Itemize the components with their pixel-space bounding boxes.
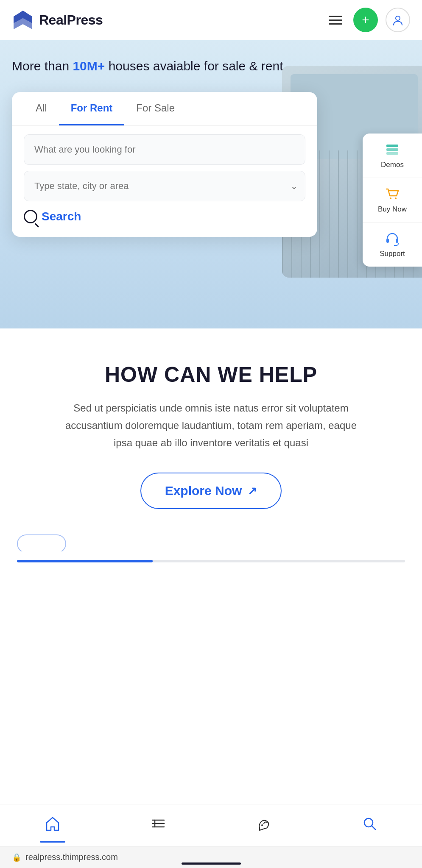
svg-rect-9 — [396, 239, 398, 243]
svg-rect-8 — [386, 239, 389, 243]
logo: RealPress — [12, 9, 103, 31]
property-search-input[interactable] — [24, 134, 305, 165]
list-icon — [150, 815, 166, 832]
nav-list[interactable] — [142, 812, 175, 835]
headline-before: More than — [12, 59, 73, 73]
explore-arrow-icon: ↗ — [248, 484, 257, 498]
headset-icon — [385, 231, 400, 246]
partial-button-area — [0, 534, 422, 551]
demos-label: Demos — [381, 161, 404, 169]
user-button[interactable] — [386, 8, 410, 32]
hero-section: More than 10M+ houses avaiable for sale … — [0, 40, 422, 328]
add-button[interactable]: + — [353, 8, 378, 32]
search-nav-icon — [361, 815, 377, 832]
url-text: realpress.thimpress.com — [25, 852, 118, 862]
user-icon — [392, 14, 404, 26]
hamburger-button[interactable] — [325, 12, 346, 28]
svg-point-7 — [395, 198, 397, 199]
help-title: HOW CAN WE HELP — [17, 362, 405, 387]
side-panel-buy-now[interactable]: Buy Now — [363, 178, 422, 223]
tab-all[interactable]: All — [24, 92, 59, 125]
svg-line-16 — [372, 826, 375, 829]
buy-now-label: Buy Now — [378, 205, 407, 214]
hamburger-icon — [329, 16, 342, 25]
headline-highlight: 10M+ — [73, 59, 105, 73]
svg-point-6 — [390, 198, 391, 199]
side-panel-support[interactable]: Support — [363, 223, 422, 267]
plus-icon: + — [362, 13, 369, 27]
logo-icon — [12, 9, 34, 31]
location-input-wrap: ⌄ — [24, 171, 305, 201]
svg-rect-3 — [386, 145, 398, 147]
lock-icon: 🔒 — [12, 853, 21, 862]
home-icon — [45, 815, 61, 832]
help-section: HOW CAN WE HELP Sed ut perspiciatis unde… — [0, 328, 422, 534]
layers-icon — [385, 142, 400, 157]
search-button-label: Search — [42, 210, 81, 223]
support-label: Support — [380, 250, 405, 258]
svg-point-2 — [396, 16, 400, 20]
explore-now-button[interactable]: Explore Now ↗ — [140, 473, 282, 509]
partial-second-button — [17, 534, 66, 551]
search-icon — [24, 210, 37, 223]
svg-point-14 — [261, 824, 263, 826]
svg-rect-5 — [386, 152, 398, 155]
explore-btn-label: Explore Now — [165, 484, 242, 498]
address-bar: 🔒 realpress.thimpress.com — [0, 846, 422, 868]
home-indicator — [182, 862, 241, 865]
tab-for-sale[interactable]: For Sale — [124, 92, 187, 125]
nav-home[interactable] — [36, 812, 69, 835]
header: RealPress + — [0, 0, 422, 40]
logo-text: RealPress — [39, 12, 103, 28]
side-panel: Demos Buy Now Support — [363, 134, 422, 267]
headline-after: houses avaiable for sale & rent — [105, 59, 283, 73]
bottom-nav — [0, 804, 422, 843]
tab-for-rent[interactable]: For Rent — [59, 92, 125, 125]
svg-rect-4 — [386, 148, 398, 151]
location-search-input[interactable] — [24, 171, 305, 201]
side-panel-demos[interactable]: Demos — [363, 134, 422, 178]
help-description: Sed ut perspiciatis unde omnis iste natu… — [63, 400, 360, 451]
nav-blog[interactable] — [247, 812, 280, 835]
nav-search[interactable] — [353, 812, 386, 835]
property-input-wrap — [24, 134, 305, 165]
search-tabs: All For Rent For Sale — [12, 92, 317, 126]
search-button[interactable]: Search — [12, 201, 93, 223]
search-fields: ⌄ — [12, 126, 317, 201]
header-actions: + — [325, 8, 410, 32]
cart-icon — [385, 186, 400, 202]
search-card: All For Rent For Sale ⌄ Search — [12, 92, 317, 237]
blog-icon — [256, 815, 272, 832]
